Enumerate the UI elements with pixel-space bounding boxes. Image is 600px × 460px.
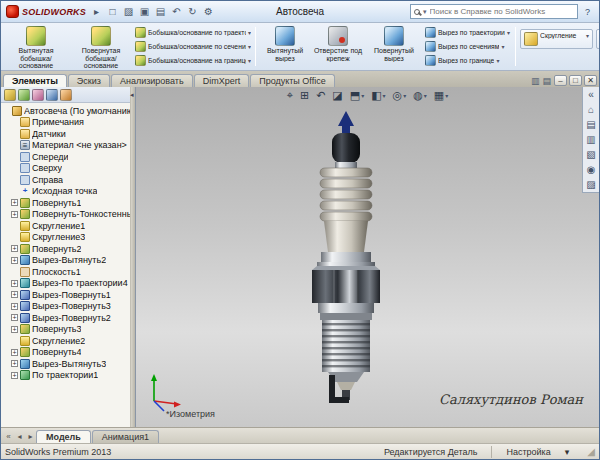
tree-item[interactable]: +По траектории1 bbox=[3, 370, 130, 382]
help-icon[interactable]: ? bbox=[581, 5, 594, 18]
design-library-icon[interactable]: ▤ bbox=[586, 119, 595, 130]
button-extruded-boss[interactable]: Вытянутая бобышка/основание bbox=[5, 25, 67, 68]
tree-item[interactable]: Спереди bbox=[3, 151, 130, 163]
expand-toggle[interactable]: + bbox=[11, 360, 18, 367]
expand-toggle[interactable]: + bbox=[11, 349, 18, 356]
tree-item[interactable]: +Повернуть4 bbox=[3, 347, 130, 359]
feature-manager-icon[interactable] bbox=[4, 89, 16, 101]
tree-item[interactable]: Скругление1 bbox=[3, 220, 130, 232]
tree-item[interactable]: Плоскость1 bbox=[3, 266, 130, 278]
property-manager-icon[interactable] bbox=[18, 89, 30, 101]
previous-view-icon[interactable]: ↶ bbox=[316, 89, 325, 102]
options-icon[interactable]: ⚙ bbox=[201, 4, 216, 19]
tree-item[interactable]: +Вырез-Вытянуть3 bbox=[3, 358, 130, 370]
button-linear-pattern[interactable]: Линейный массив▾ bbox=[596, 29, 599, 49]
expand-toggle[interactable]: + bbox=[11, 314, 18, 321]
tab-эскиз[interactable]: Эскиз bbox=[68, 74, 110, 87]
view-palette-icon[interactable]: ▧ bbox=[586, 149, 595, 160]
undo-icon[interactable]: ↶ bbox=[169, 4, 184, 19]
collapse-icon[interactable]: « bbox=[588, 89, 594, 100]
tree-item[interactable]: +Повернуть3 bbox=[3, 324, 130, 336]
hide-show-items-icon[interactable]: ◎▾ bbox=[393, 89, 407, 102]
tab-dimxpert[interactable]: DimXpert bbox=[194, 74, 250, 87]
configuration-manager-icon[interactable] bbox=[32, 89, 44, 101]
print-icon[interactable]: ▤ bbox=[153, 4, 168, 19]
new-document-icon[interactable]: □ bbox=[105, 4, 120, 19]
button-lofted-boss[interactable]: Бобышка/основание по сечениям▾ bbox=[135, 40, 251, 53]
scroll-next-button[interactable]: ▸ bbox=[25, 432, 36, 443]
display-style-icon[interactable]: ◧▾ bbox=[371, 89, 385, 102]
scroll-first-button[interactable]: « bbox=[3, 432, 14, 443]
expand-toggle[interactable]: + bbox=[11, 257, 18, 264]
display-manager-icon[interactable] bbox=[60, 89, 72, 101]
tree-item[interactable]: +Вырез-Вытянуть2 bbox=[3, 255, 130, 267]
settings-label[interactable]: Настройка bbox=[506, 447, 550, 457]
tab-элементы[interactable]: Элементы bbox=[3, 74, 67, 87]
view-orientation-icon[interactable]: ⬒▾ bbox=[350, 89, 364, 102]
button-lofted-cut[interactable]: Вырез по сечениям▾ bbox=[425, 40, 511, 53]
expand-toggle[interactable]: + bbox=[11, 211, 18, 218]
model-spark-plug[interactable] bbox=[271, 109, 421, 405]
close-button[interactable]: ✕ bbox=[584, 75, 597, 86]
tree-item[interactable]: +Повернуть-Тонкостенный4 bbox=[3, 209, 130, 221]
help-search-box[interactable]: ▾ bbox=[410, 4, 578, 19]
settings-dropdown-icon[interactable]: ▾ bbox=[565, 447, 570, 457]
tree-item[interactable]: Справа bbox=[3, 174, 130, 186]
tree-item[interactable]: +Вырез-Повернуть2 bbox=[3, 312, 130, 324]
tree-item[interactable]: Скругление2 bbox=[3, 335, 130, 347]
tree-item[interactable]: +Исходная точка bbox=[3, 186, 130, 198]
search-scope-dropdown-icon[interactable]: ▾ bbox=[423, 8, 427, 16]
task-pane-icon[interactable]: ▤ bbox=[542, 76, 551, 86]
edit-appearance-icon[interactable]: ◍▾ bbox=[413, 89, 427, 102]
tree-item[interactable]: +Вырез-По траектории4 bbox=[3, 278, 130, 290]
rebuild-icon[interactable]: ↻ bbox=[185, 4, 200, 19]
panel-collapse-arrow[interactable]: ◂ bbox=[130, 91, 134, 99]
flyout-arrow-icon[interactable]: ▸ bbox=[89, 4, 104, 19]
expand-toggle[interactable]: + bbox=[11, 199, 18, 206]
tab-анимация1[interactable]: Анимация1 bbox=[92, 430, 159, 443]
search-input[interactable] bbox=[430, 7, 574, 16]
expand-toggle[interactable]: + bbox=[11, 291, 18, 298]
graphics-viewport[interactable]: ⌖⊞↶◪⬒▾◧▾◎▾◍▾▦▾ «⌂▤▥▧◉▨ bbox=[136, 87, 599, 427]
restore-button[interactable]: □ bbox=[569, 75, 582, 86]
minimize-button[interactable]: – bbox=[554, 75, 567, 86]
apply-scene-icon[interactable]: ▦▾ bbox=[434, 89, 448, 102]
expand-toggle[interactable]: + bbox=[11, 372, 18, 379]
tree-item[interactable]: +Вырез-Повернуть1 bbox=[3, 289, 130, 301]
tree-item[interactable]: Сверху bbox=[3, 163, 130, 175]
button-boundary-boss[interactable]: Бобышка/основание на границе▾ bbox=[135, 54, 251, 67]
tab-продукты-office[interactable]: Продукты Office bbox=[250, 74, 335, 87]
tab-анализировать[interactable]: Анализировать bbox=[111, 74, 193, 87]
dimxpert-manager-icon[interactable] bbox=[46, 89, 58, 101]
button-fillet[interactable]: Скругление▾ bbox=[520, 29, 593, 49]
resize-grip-icon[interactable]: ◢ bbox=[587, 446, 595, 457]
tree-item[interactable]: Автосвеча (По умолчанию<<По bbox=[3, 105, 130, 117]
zoom-to-area-icon[interactable]: ⊞ bbox=[300, 89, 309, 102]
tab-модель[interactable]: Модель bbox=[36, 430, 91, 443]
custom-properties-icon[interactable]: ▨ bbox=[586, 179, 595, 190]
open-icon[interactable]: ▨ bbox=[121, 4, 136, 19]
tree-item[interactable]: Скругление3 bbox=[3, 232, 130, 244]
expand-toggle[interactable]: + bbox=[11, 245, 18, 252]
button-swept-cut[interactable]: Вырез по траектории▾ bbox=[425, 26, 511, 39]
file-explorer-icon[interactable]: ▥ bbox=[586, 134, 595, 145]
expand-toggle[interactable]: + bbox=[11, 280, 18, 287]
resources-icon[interactable]: ⌂ bbox=[588, 104, 594, 115]
tree-item[interactable]: +Повернуть1 bbox=[3, 197, 130, 209]
display-pane-icon[interactable]: ▥ bbox=[531, 76, 540, 86]
button-swept-boss[interactable]: Бобышка/основание по траектории▾ bbox=[135, 26, 251, 39]
tree-item[interactable]: Датчики bbox=[3, 128, 130, 140]
save-icon[interactable]: ▣ bbox=[137, 4, 152, 19]
tree-item[interactable]: +Повернуть2 bbox=[3, 243, 130, 255]
expand-toggle[interactable]: + bbox=[11, 303, 18, 310]
zoom-to-fit-icon[interactable]: ⌖ bbox=[287, 89, 293, 102]
button-hole-wizard[interactable]: Отверстие под крепеж bbox=[313, 25, 363, 68]
expand-toggle[interactable]: + bbox=[11, 326, 18, 333]
tree-item[interactable]: ≡Материал <не указан> bbox=[3, 140, 130, 152]
tree-item[interactable]: Примечания bbox=[3, 117, 130, 129]
tree-item[interactable]: +Вырез-Повернуть3 bbox=[3, 301, 130, 313]
button-boundary-cut[interactable]: Вырез по границе▾ bbox=[425, 54, 511, 67]
button-revolved-boss[interactable]: Повернутая бобышка/основание bbox=[70, 25, 132, 68]
section-view-icon[interactable]: ◪ bbox=[332, 89, 342, 102]
button-extruded-cut[interactable]: Вытянутый вырез bbox=[260, 25, 310, 68]
